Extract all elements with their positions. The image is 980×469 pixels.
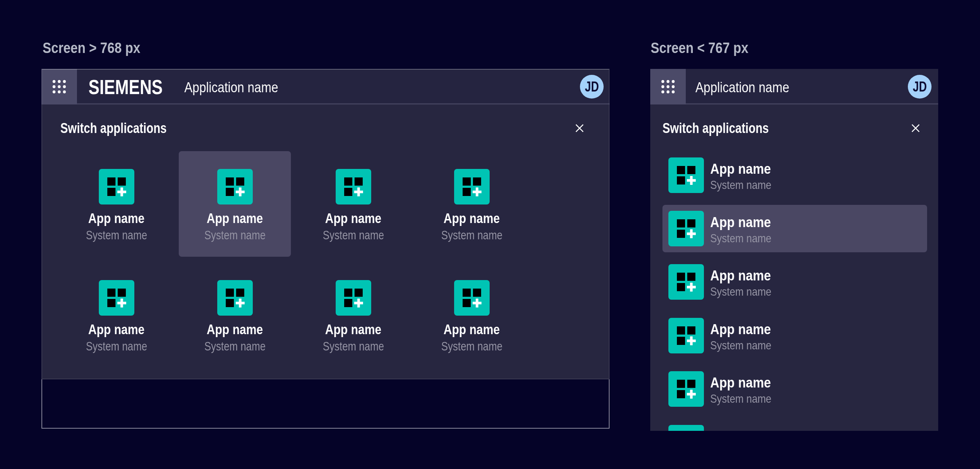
app-tile[interactable]: App name System name [60,262,172,368]
app-tile-system: System name [415,340,528,352]
app-icon [668,318,704,353]
app-item-system: System name [710,232,783,244]
app-tile[interactable]: App name System name [415,151,528,257]
app-icon [454,169,490,204]
app-tile-name: App name [297,212,409,225]
siemens-logo: SIEMENS [89,77,180,97]
app-icon [668,158,704,193]
app-tile-system: System name [297,229,409,241]
app-item-system: System name [710,179,783,191]
desktop-window: SIEMENS Application name JD Switch appli… [41,69,609,429]
app-list-item[interactable]: App name System name [662,365,927,413]
desktop-app-header: SIEMENS Application name JD [41,69,609,104]
flyout-title: Switch applications [60,121,192,135]
mobile-app-header: Application name JD [650,69,938,104]
app-switch-flyout: Switch applications App name System name… [650,104,938,431]
app-switch-flyout: Switch applications App name System name… [41,104,609,379]
app-tile-name: App name [415,323,528,337]
app-tile-name: App name [60,212,172,225]
application-name: Application name [695,80,803,94]
app-item-name: App name [710,375,780,390]
app-icon [99,169,134,204]
app-list-item[interactable]: App name System name [662,312,927,359]
app-icon [217,169,253,204]
app-tile-system: System name [60,229,172,241]
app-icon [668,264,704,300]
app-tile[interactable]: App name System name [297,262,409,368]
app-tile-system: System name [297,340,409,352]
app-tile[interactable]: App name System name [179,262,291,368]
app-tile[interactable]: App name System name [415,262,528,368]
avatar[interactable]: JD [908,75,932,99]
close-icon [576,124,584,132]
app-icon [668,211,704,246]
mobile-panel: Application name JD Switch applications … [650,69,938,431]
app-menu-grid-icon [52,80,66,93]
app-list-item-selected[interactable]: App name System name [662,205,927,252]
app-icon [99,280,134,316]
app-icon [336,280,371,316]
close-button[interactable] [571,119,589,137]
avatar[interactable]: JD [580,75,604,99]
app-item-name: App name [710,322,780,337]
app-switcher-button[interactable] [41,69,77,104]
app-tile-name: App name [179,323,291,337]
app-tile-system: System name [60,340,172,352]
app-switcher-button[interactable] [650,69,686,104]
close-icon [912,124,920,132]
app-icon [454,280,490,316]
app-tile-name: App name [297,323,409,337]
desktop-size-label: Screen > 768 px [43,40,155,55]
app-tile-system: System name [179,229,291,241]
app-menu-grid-icon [661,80,675,93]
app-icon [336,169,371,204]
app-tile[interactable]: App name System name [297,151,409,257]
app-item-name: App name [710,429,780,431]
application-name: Application name [184,80,293,94]
app-tile-system: System name [179,340,291,352]
app-tile-name: App name [415,212,528,225]
canvas: Screen > 768 px SIEMENS Application name [0,0,980,469]
app-tile-name: App name [60,323,172,337]
app-tile[interactable]: App name System name [60,151,172,257]
app-list-item[interactable]: App name System name [662,419,927,431]
app-item-name: App name [710,215,780,229]
app-item-system: System name [710,286,783,297]
app-tile-name: App name [179,212,291,225]
app-list-item[interactable]: App name System name [662,258,927,306]
flyout-title: Switch applications [662,121,794,135]
app-icon [668,425,704,431]
app-item-system: System name [710,393,783,405]
window-frame-border [41,379,609,429]
app-tile-selected[interactable]: App name System name [179,151,291,257]
app-item-name: App name [710,161,780,176]
app-icon [217,280,253,316]
app-tile-system: System name [415,229,528,241]
close-button[interactable] [907,119,924,137]
app-list-item[interactable]: App name System name [662,152,927,199]
mobile-size-label: Screen < 767 px [651,40,763,55]
app-icon [668,371,704,407]
app-item-name: App name [710,268,780,283]
app-item-system: System name [710,339,783,351]
